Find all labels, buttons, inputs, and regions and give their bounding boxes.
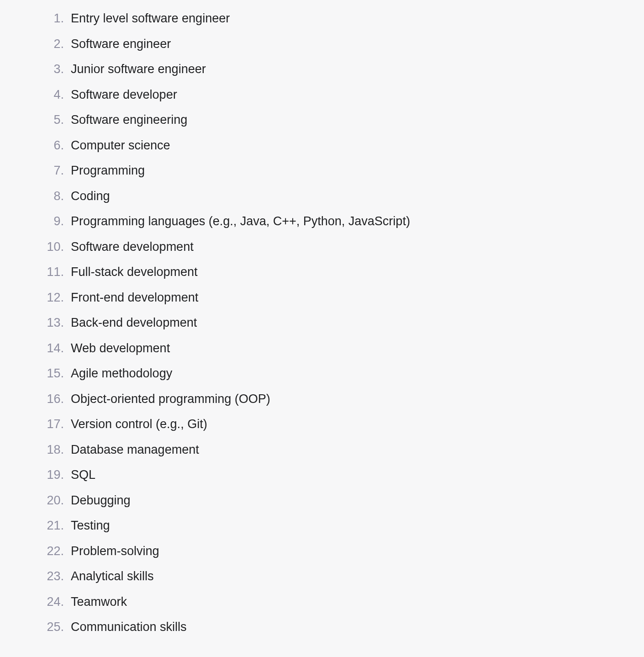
list-item-label: Web development [71,339,170,358]
list-item: Programming languages (e.g., Java, C++, … [27,212,617,231]
list-item: Database management [27,440,617,459]
list-item-label: Computer science [71,136,170,155]
list-item-label: Coding [71,187,110,206]
list-item: SQL [27,466,617,484]
ordered-list: Entry level software engineer Software e… [27,9,617,636]
list-item-label: Software engineering [71,111,187,129]
list-item-label: Junior software engineer [71,60,206,79]
list-item: Software developer [27,85,617,104]
list-item-label: Database management [71,440,199,459]
list-item-label: Entry level software engineer [71,9,230,28]
list-item-label: Analytical skills [71,567,154,586]
list-item: Teamwork [27,593,617,611]
list-item: Computer science [27,136,617,155]
list-item-label: Full-stack development [71,263,198,281]
list-item-label: Agile methodology [71,364,172,383]
list-item-label: Problem-solving [71,542,159,561]
list-item: Software engineer [27,35,617,53]
list-item: Software development [27,238,617,256]
list-item: Testing [27,516,617,535]
list-item: Junior software engineer [27,60,617,79]
list-item-label: Software developer [71,85,177,104]
list-item-label: SQL [71,466,95,484]
list-item-label: Software engineer [71,35,171,53]
list-item: Debugging [27,491,617,510]
list-item: Communication skills [27,618,617,636]
list-item: Entry level software engineer [27,9,617,28]
list-item-label: Programming [71,161,145,180]
list-item: Programming [27,161,617,180]
list-item-label: Testing [71,516,110,535]
list-item: Software engineering [27,111,617,129]
list-item-label: Version control (e.g., Git) [71,415,207,434]
list-item-label: Programming languages (e.g., Java, C++, … [71,212,410,231]
list-item-label: Communication skills [71,618,187,636]
list-item-label: Object-oriented programming (OOP) [71,390,270,408]
list-item: Full-stack development [27,263,617,281]
list-item: Object-oriented programming (OOP) [27,390,617,408]
list-item: Agile methodology [27,364,617,383]
list-item-label: Front-end development [71,288,198,307]
list-item: Version control (e.g., Git) [27,415,617,434]
list-item: Problem-solving [27,542,617,561]
list-item-label: Back-end development [71,313,197,332]
list-item: Coding [27,187,617,206]
list-item: Front-end development [27,288,617,307]
list-item-label: Debugging [71,491,131,510]
list-item-label: Teamwork [71,593,127,611]
list-item: Web development [27,339,617,358]
list-item: Analytical skills [27,567,617,586]
list-item-label: Software development [71,238,194,256]
list-item: Back-end development [27,313,617,332]
